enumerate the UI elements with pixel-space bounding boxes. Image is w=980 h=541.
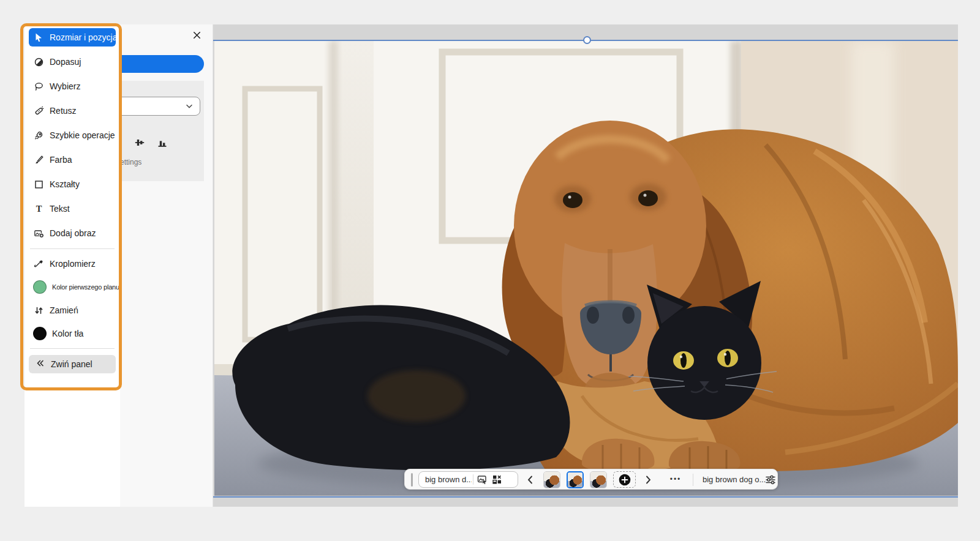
tool-label: Kształty xyxy=(50,179,80,189)
image-picker-icon[interactable] xyxy=(477,474,488,485)
prompt-input[interactable]: big brown d... xyxy=(418,471,518,488)
align-vertical-center-icon[interactable] xyxy=(134,137,145,148)
tool-label: Kolor tła xyxy=(52,329,83,338)
tool-label: Kroplomierz xyxy=(50,259,96,269)
photo-editor-app: big brown d... ••• xyxy=(0,0,980,541)
tool-label: Dodaj obraz xyxy=(50,228,96,238)
swap-colors-tool[interactable]: Zamień xyxy=(29,302,116,319)
add-variation-button[interactable] xyxy=(613,471,636,488)
tool-label: Tekst xyxy=(50,204,70,214)
variation-thumbnail-1[interactable] xyxy=(543,471,560,488)
more-options-button[interactable]: ••• xyxy=(665,469,687,490)
thumbnail-image xyxy=(568,472,582,487)
tool-select[interactable]: Wybierz xyxy=(29,77,116,95)
collapse-panel-button[interactable]: Zwiń panel xyxy=(29,355,116,373)
tool-quick-actions[interactable]: Szybkie operacje xyxy=(29,126,116,144)
chevron-left-icon[interactable] xyxy=(525,474,536,485)
paint-brush-icon xyxy=(33,154,44,165)
prompt-bar: big brown d... ••• xyxy=(404,469,778,490)
tool-shapes[interactable]: Kształty xyxy=(29,175,116,193)
collapse-label: Zwiń panel xyxy=(51,359,92,369)
tool-eyedropper[interactable]: Kroplomierz xyxy=(29,255,116,272)
selection-handle[interactable] xyxy=(583,36,591,44)
variation-thumbnail-2-selected[interactable] xyxy=(567,471,584,488)
result-label[interactable]: big brown dog o... xyxy=(703,469,769,490)
collapse-chevrons-icon xyxy=(35,358,45,370)
thumbnail-image xyxy=(590,472,606,488)
selection-bottom-line xyxy=(213,496,958,498)
tool-label: Dopasuj xyxy=(50,57,81,67)
shapes-square-icon xyxy=(33,179,44,190)
chevron-down-icon xyxy=(184,102,194,111)
tool-label: Rozmiar i pozycja xyxy=(50,32,117,42)
divider xyxy=(473,474,473,485)
variation-thumbnail-3[interactable] xyxy=(590,471,607,488)
prompt-text: big brown d... xyxy=(419,475,472,484)
add-image-icon xyxy=(33,228,44,239)
foreground-color-tool[interactable]: Kolor pierwszego planu xyxy=(29,278,116,296)
plus-circle-icon xyxy=(619,474,631,486)
drag-handle[interactable] xyxy=(411,473,413,487)
chevron-right-icon[interactable] xyxy=(643,474,654,485)
background-color-tool[interactable]: Kolor tła xyxy=(29,325,116,342)
properties-panel: ettings xyxy=(120,24,213,507)
variations-grid-icon[interactable] xyxy=(492,474,502,485)
eyedropper-icon xyxy=(33,258,44,269)
swap-arrows-icon xyxy=(33,305,44,316)
move-cursor-icon xyxy=(33,32,44,43)
lasso-select-icon xyxy=(33,81,44,92)
background-color-swatch[interactable] xyxy=(33,327,47,340)
tool-label: Zamień xyxy=(50,305,78,315)
divider xyxy=(30,248,115,249)
divider xyxy=(693,474,693,486)
close-icon xyxy=(192,30,202,40)
settings-label: ettings xyxy=(120,158,141,166)
thumbnail-image xyxy=(544,472,560,488)
foreground-color-swatch[interactable] xyxy=(33,280,47,294)
align-bottom-icon[interactable] xyxy=(157,137,168,148)
tool-label: Szybkie operacje xyxy=(50,130,115,140)
tool-add-image[interactable]: Dodaj obraz xyxy=(29,224,116,242)
tool-retouch[interactable]: Retusz xyxy=(29,102,116,120)
tool-label: Farba xyxy=(50,155,72,165)
tools-panel: Rozmiar i pozycja Dopasuj Wybierz Retusz xyxy=(24,24,120,507)
retouch-bandage-icon xyxy=(33,105,44,116)
divider xyxy=(30,348,115,349)
tool-adjust[interactable]: Dopasuj xyxy=(29,53,116,71)
tool-label: Retusz xyxy=(50,106,77,116)
tool-size-position[interactable]: Rozmiar i pozycja xyxy=(29,28,116,47)
rocket-icon xyxy=(33,130,44,141)
tool-paint[interactable]: Farba xyxy=(29,151,116,169)
text-icon: T xyxy=(33,203,44,214)
sliders-icon[interactable] xyxy=(765,474,776,485)
tool-list: Rozmiar i pozycja Dopasuj Wybierz Retusz xyxy=(29,28,116,373)
canvas-workspace: big brown d... ••• xyxy=(213,24,958,507)
dog-cat-photo xyxy=(214,41,958,496)
adjust-contrast-icon xyxy=(33,56,44,67)
tool-label: Kolor pierwszego planu xyxy=(52,283,119,291)
svg-text:T: T xyxy=(36,204,42,214)
tool-label: Wybierz xyxy=(50,81,80,91)
canvas-image[interactable] xyxy=(214,41,958,496)
close-panel-button[interactable] xyxy=(190,28,203,42)
tool-text[interactable]: T Tekst xyxy=(29,200,116,218)
